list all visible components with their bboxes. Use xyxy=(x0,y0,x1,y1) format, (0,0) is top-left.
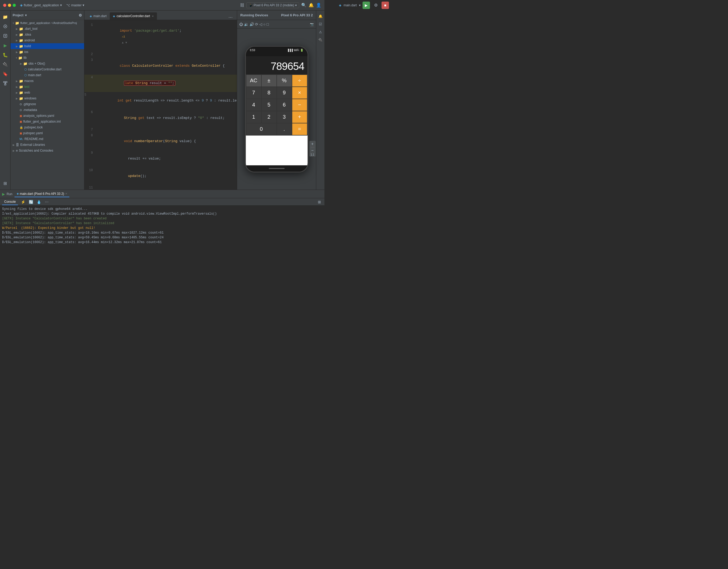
windows-chevron-icon: ▶ xyxy=(16,97,18,100)
editor-more-options[interactable]: ⋯ xyxy=(226,15,235,20)
ios-folder-icon: 📁 xyxy=(19,50,23,54)
console-layout-icon[interactable]: ⊞ xyxy=(317,199,322,205)
console-line-8: D/EGL_emulation(16662): app_time_stats: … xyxy=(2,240,322,245)
sidebar-icon-terminal[interactable]: ⊞ xyxy=(1,179,9,188)
calc-btn-9[interactable]: 9 xyxy=(277,87,292,99)
notification-icon[interactable]: 🔔 xyxy=(309,3,314,8)
console-line-6: D/EGL_emulation(16662): app_time_stats: … xyxy=(2,231,322,235)
zoom-in-button[interactable]: + xyxy=(310,141,315,147)
right-icon-notifications[interactable]: 🔔 xyxy=(317,13,324,20)
project-gear-icon[interactable]: ⚙ xyxy=(79,13,82,17)
web-folder-icon: 📁 xyxy=(19,91,23,95)
phone-frame: 8:59 ▐▐▐ WiFi 🔋 789654 xyxy=(245,46,308,173)
sidebar-icon-plugins[interactable]: 🔌 xyxy=(1,60,9,69)
bottom-tab-file[interactable]: ◈ main.dart (Pixel 6 Pro API 33 2) ✕ xyxy=(15,191,69,197)
left-sidebar-icons: 📁 ▶ 🐛 🔌 🔖 ⊞ xyxy=(0,11,11,190)
tree-dart-tool[interactable]: ▶ 📁 .dart_tool xyxy=(11,26,84,32)
console-bolt-icon[interactable]: ⚡ xyxy=(20,199,26,205)
tree-windows[interactable]: ▶ 📁 windows xyxy=(11,96,84,101)
device-selector[interactable]: 📱 Pixel 6 Pro API 33 2 (mobile) ▾ xyxy=(246,2,299,8)
console-more-icon[interactable]: ⋯ xyxy=(44,199,50,205)
calc-btn-6[interactable]: 6 xyxy=(277,99,292,111)
tree-test[interactable]: ▶ 📁 test xyxy=(11,84,84,90)
tree-idea[interactable]: ▶ 📁 .idea xyxy=(11,32,84,37)
zoom-out-button[interactable]: − xyxy=(310,148,315,153)
calc-btn-4[interactable]: 4 xyxy=(246,99,261,111)
sidebar-icon-vcs[interactable] xyxy=(1,22,9,31)
calc-btn-add[interactable]: + xyxy=(292,111,307,123)
console-filter-icon[interactable]: 💧 xyxy=(36,199,42,205)
calc-btn-divide[interactable]: ÷ xyxy=(292,75,307,87)
tree-lib[interactable]: ▾ 📁 lib xyxy=(11,55,84,61)
code-editor[interactable]: 1 import 'package:get/get.dart'; ⚠1 ▲ ▼ … xyxy=(84,20,237,190)
app-name[interactable]: ◈ flutter_gext_application ▾ xyxy=(20,3,62,7)
device-overview-icon[interactable]: □ xyxy=(266,22,269,26)
tree-scratches[interactable]: ▶ ≡ Scratches and Consoles xyxy=(11,148,84,154)
branch-selector[interactable]: ⌥ master ▾ xyxy=(66,3,85,7)
tab-calculator-controller[interactable]: ◈ calculatorController.dart ✕ xyxy=(110,12,157,20)
calc-btn-7[interactable]: 7 xyxy=(246,87,261,99)
bottom-tab-close-icon[interactable]: ✕ xyxy=(65,192,67,195)
calc-btn-8[interactable]: 8 xyxy=(262,87,276,99)
device-vol-down-icon[interactable]: 🔉 xyxy=(244,22,248,26)
run-label: Run xyxy=(7,192,12,196)
right-icon-problems[interactable]: ⚠ xyxy=(317,28,324,35)
sidebar-icon-project[interactable]: 📁 xyxy=(1,13,9,21)
sidebar-icon-run[interactable]: ▶ xyxy=(1,41,9,50)
tree-main-dart[interactable]: ⬡ main.dart xyxy=(11,72,84,78)
tab-close-icon[interactable]: ✕ xyxy=(152,15,154,18)
calc-btn-multiply[interactable]: × xyxy=(292,87,307,99)
tree-external-libs[interactable]: ▶ 🗄 External Libraries xyxy=(11,142,84,148)
calc-btn-ac[interactable]: AC xyxy=(246,75,261,87)
device-screenshot-icon[interactable]: 📷 xyxy=(310,22,314,26)
calc-btn-3[interactable]: 3 xyxy=(277,111,292,123)
right-icon-todo[interactable]: ☑ xyxy=(317,21,324,27)
tab-main-dart[interactable]: ◈ main.dart xyxy=(87,12,110,20)
tree-root[interactable]: ▾ 📁 flutter_gext_application ~/AndroidSt… xyxy=(11,20,84,26)
device-vol-up-icon[interactable]: 🔊 xyxy=(250,22,254,26)
tree-gitignore[interactable]: ⊙ .gitignore xyxy=(11,101,84,107)
console-reload-icon[interactable]: 🔄 xyxy=(28,199,34,205)
tree-pubspec-yaml[interactable]: ▣ pubspec.yaml xyxy=(11,130,84,136)
minimize-button[interactable] xyxy=(8,4,11,7)
tree-analysis[interactable]: ▣ analysis_options.yaml xyxy=(11,113,84,119)
calc-btn-2[interactable]: 2 xyxy=(262,111,276,123)
search-icon[interactable]: 🔍 xyxy=(301,3,306,8)
console-output[interactable]: Syncing files to device sdk gphone64 arm… xyxy=(0,206,324,258)
tree-calculator-controller[interactable]: ⬡ calculatorController.dart xyxy=(11,66,84,72)
calc-btn-decimal[interactable]: . xyxy=(277,123,292,135)
sidebar-icon-bookmarks[interactable]: 🔖 xyxy=(1,70,9,78)
calc-btn-equals[interactable]: = xyxy=(292,123,307,135)
tree-web[interactable]: ▶ 📁 web xyxy=(11,90,84,96)
calc-btn-1[interactable]: 1 xyxy=(246,111,261,123)
device-power-icon[interactable]: ⏻ xyxy=(239,22,243,26)
device-rotate-icon[interactable]: ⟳ xyxy=(255,22,258,26)
tree-iml[interactable]: ▣ flutter_gext_application.iml xyxy=(11,119,84,125)
right-icon-plugins2[interactable]: 🔌 xyxy=(317,36,324,43)
tree-metadata[interactable]: ⊙ .metadata xyxy=(11,107,84,113)
tree-android[interactable]: ▶ 📁 android xyxy=(11,37,84,43)
console-tab[interactable]: Console xyxy=(2,199,18,205)
calc-btn-plusminus[interactable]: ± xyxy=(262,75,276,87)
maximize-button[interactable] xyxy=(13,4,16,7)
calc-btn-subtract[interactable]: − xyxy=(292,99,307,111)
device-home-icon[interactable]: ○ xyxy=(263,22,265,26)
sidebar-icon-debug[interactable]: 🐛 xyxy=(1,51,9,59)
debug-icon[interactable]: ⛓ xyxy=(240,3,244,8)
tree-build[interactable]: ▶ 📁 build xyxy=(11,43,84,49)
tree-obs-obx[interactable]: ▶ 📁 obs + Obx() xyxy=(11,61,84,66)
calc-btn-percent[interactable]: % xyxy=(277,75,292,87)
tree-readme[interactable]: M↓ README.md xyxy=(11,136,84,142)
device-back-icon[interactable]: ◁ xyxy=(259,22,262,26)
tree-ios[interactable]: ▶ 📁 ios xyxy=(11,49,84,55)
profile-icon[interactable]: 👤 xyxy=(316,3,321,8)
run-tab[interactable]: ▶ Run xyxy=(0,191,15,197)
external-libs-icon: 🗄 xyxy=(16,143,19,147)
tree-macos[interactable]: ▶ 📁 macos xyxy=(11,78,84,84)
sidebar-icon-structure[interactable] xyxy=(1,79,9,88)
calc-btn-5[interactable]: 5 xyxy=(262,99,276,111)
calc-btn-0[interactable]: 0 xyxy=(246,123,276,135)
close-button[interactable] xyxy=(3,4,6,7)
sidebar-icon-commit[interactable] xyxy=(1,32,9,40)
tree-pubspec-lock[interactable]: 🔒 pubspec.lock xyxy=(11,125,84,130)
